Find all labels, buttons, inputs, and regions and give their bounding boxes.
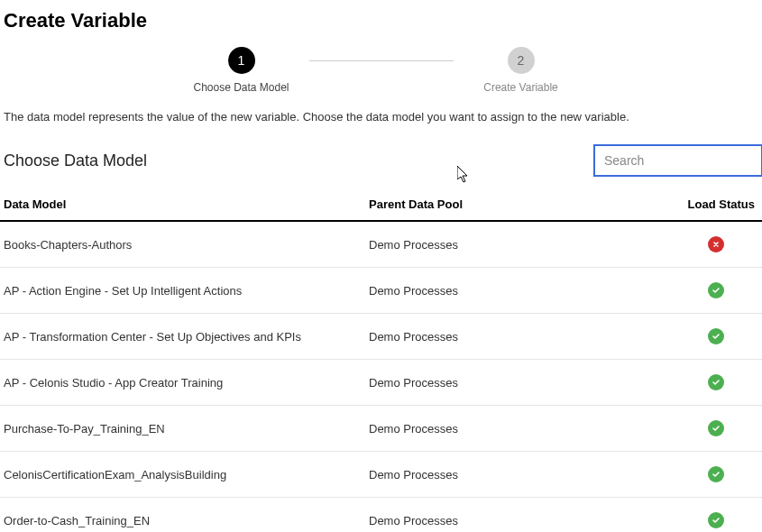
table-row[interactable]: AP - Celonis Studio - App Creator Traini… — [0, 360, 762, 406]
cell-load-status — [684, 512, 758, 528]
table-row[interactable]: Order-to-Cash_Training_ENDemo Processes — [0, 498, 762, 532]
check-circle-icon — [708, 328, 724, 344]
cell-load-status — [684, 466, 758, 482]
check-circle-icon — [708, 374, 724, 390]
table-body: Books-Chapters-AuthorsDemo ProcessesAP -… — [0, 222, 762, 532]
step-label-2: Create Variable — [483, 81, 558, 94]
cell-data-model: CelonisCertificationExam_AnalysisBuildin… — [4, 468, 369, 482]
check-circle-icon — [708, 512, 724, 528]
stepper: 1 Choose Data Model 2 Create Variable — [0, 47, 762, 94]
stepper-step-1[interactable]: 1 Choose Data Model — [174, 47, 309, 94]
cell-parent-pool: Demo Processes — [369, 284, 684, 298]
stepper-line — [309, 60, 454, 61]
cell-data-model: AP - Transformation Center - Set Up Obje… — [4, 330, 369, 344]
cell-parent-pool: Demo Processes — [369, 376, 684, 390]
section-header: Choose Data Model — [0, 145, 762, 176]
cell-load-status — [684, 420, 758, 436]
cell-parent-pool: Demo Processes — [369, 422, 684, 436]
cell-data-model: Purchase-To-Pay_Training_EN — [4, 422, 369, 436]
search-wrapper[interactable] — [594, 145, 762, 176]
cell-load-status — [684, 236, 758, 252]
table-row[interactable]: AP - Action Engine - Set Up Intelligent … — [0, 268, 762, 314]
cell-parent-pool: Demo Processes — [369, 330, 684, 344]
cell-load-status — [684, 374, 758, 390]
step-circle-2: 2 — [508, 47, 535, 74]
column-header-pool[interactable]: Parent Data Pool — [369, 197, 684, 211]
table-row[interactable]: Books-Chapters-AuthorsDemo Processes — [0, 222, 762, 268]
check-circle-icon — [708, 282, 724, 298]
stepper-step-2[interactable]: 2 Create Variable — [454, 47, 589, 94]
cell-load-status — [684, 328, 758, 344]
description-text: The data model represents the value of t… — [4, 110, 758, 124]
check-circle-icon — [708, 420, 724, 436]
cell-parent-pool: Demo Processes — [369, 514, 684, 527]
table-row[interactable]: AP - Transformation Center - Set Up Obje… — [0, 314, 762, 360]
cell-parent-pool: Demo Processes — [369, 238, 684, 252]
column-header-status[interactable]: Load Status — [684, 197, 758, 211]
cell-data-model: AP - Action Engine - Set Up Intelligent … — [4, 284, 369, 298]
cell-data-model: Books-Chapters-Authors — [4, 238, 369, 252]
step-label-1: Choose Data Model — [193, 81, 289, 94]
table-row[interactable]: CelonisCertificationExam_AnalysisBuildin… — [0, 452, 762, 498]
cell-parent-pool: Demo Processes — [369, 468, 684, 482]
page-title: Create Variable — [0, 0, 762, 38]
section-title: Choose Data Model — [4, 151, 147, 170]
column-header-model[interactable]: Data Model — [4, 197, 369, 211]
table-row[interactable]: Purchase-To-Pay_Training_ENDemo Processe… — [0, 406, 762, 452]
cell-data-model: Order-to-Cash_Training_EN — [4, 514, 369, 527]
step-circle-1: 1 — [228, 47, 255, 74]
check-circle-icon — [708, 466, 724, 482]
search-input[interactable] — [604, 153, 752, 168]
cell-load-status — [684, 282, 758, 298]
x-circle-icon — [708, 236, 724, 252]
table-header: Data Model Parent Data Pool Load Status — [0, 185, 762, 222]
cell-data-model: AP - Celonis Studio - App Creator Traini… — [4, 376, 369, 390]
